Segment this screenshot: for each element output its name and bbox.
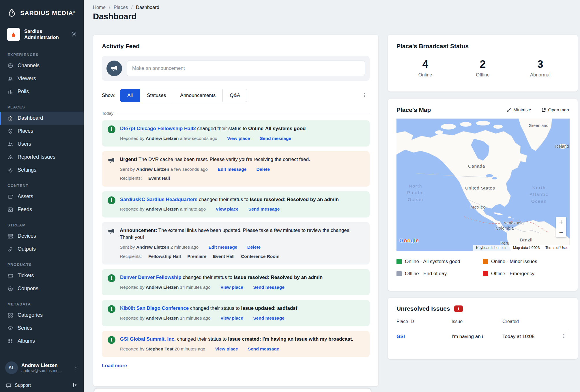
- place-id-link[interactable]: GSI: [396, 334, 452, 340]
- section-label-experiences: EXPERIENCES: [0, 46, 84, 59]
- minimize-button[interactable]: Minimize: [507, 107, 531, 112]
- sidebar-item-coupons[interactable]: Coupons: [0, 282, 84, 295]
- sidebar-item-categories[interactable]: Categories: [0, 309, 84, 322]
- edit-message-link[interactable]: Edit message: [208, 245, 237, 250]
- legend-online-good: Online - All systems good: [396, 259, 483, 265]
- sidebar-item-places[interactable]: Places: [0, 125, 84, 138]
- legend-label: Offline - Emergency: [491, 271, 534, 277]
- row-menu-kebab-icon[interactable]: [559, 333, 569, 340]
- sender-name: Andrew Lietzen: [136, 167, 169, 172]
- sidebar-item-series[interactable]: Series: [0, 322, 84, 335]
- legend-label: Online - All systems good: [405, 259, 460, 265]
- sidebar-item-dashboard[interactable]: Dashboard: [0, 112, 84, 125]
- layers-icon: [8, 325, 13, 331]
- stat-offline: 2 Offline: [454, 58, 511, 78]
- place-link[interactable]: Kib08t San Diego Conference: [120, 305, 189, 311]
- view-place-link[interactable]: View place: [220, 316, 243, 320]
- view-place-link[interactable]: View place: [220, 285, 243, 290]
- sidebar-item-albums[interactable]: Albums: [0, 335, 84, 348]
- legend-online-minor: Online - Minor issues: [483, 259, 569, 265]
- sidebar-item-outputs[interactable]: Outputs: [0, 243, 84, 256]
- sidebar-item-devices[interactable]: Devices: [0, 230, 84, 243]
- sidebar-item-viewers[interactable]: Viewers: [0, 72, 84, 85]
- user-email: andrew@sardius.me...: [21, 368, 70, 373]
- day-label: Today: [102, 111, 113, 116]
- info-icon: i: [108, 305, 115, 313]
- status-text: Online-All systems good: [248, 126, 306, 131]
- keyboard-shortcuts-link[interactable]: Keyboard shortcuts: [473, 246, 510, 250]
- reported-by-label: Reported by: [120, 136, 144, 141]
- send-message-link[interactable]: Send message: [260, 136, 291, 141]
- filter-all[interactable]: All: [120, 89, 140, 102]
- sidebar-item-feeds[interactable]: Feeds: [0, 203, 84, 216]
- terms-of-use-link[interactable]: Terms of Use: [542, 246, 570, 250]
- status-middle-text: changed their status to: [183, 275, 232, 280]
- org-settings-gear-icon[interactable]: [71, 31, 77, 38]
- filter-qa[interactable]: Q&A: [222, 89, 247, 102]
- filter-announcements[interactable]: Announcements: [173, 89, 223, 102]
- zoom-out-button[interactable]: −: [556, 227, 566, 237]
- place-link[interactable]: SardiusKC Sardius Headquarters: [120, 197, 197, 202]
- breadcrumb-places[interactable]: Places: [114, 5, 128, 10]
- place-link[interactable]: Dte7pt Chicago Fellowship Hall2: [120, 126, 196, 131]
- breadcrumb-separator: /: [109, 5, 111, 10]
- map-label-iceland: Iceland: [555, 144, 569, 149]
- chat-bubble-icon: [6, 383, 11, 388]
- breadcrumb-current: Dashboard: [136, 5, 159, 10]
- sidebar-item-users[interactable]: Users: [0, 138, 84, 151]
- sidebar-item-settings[interactable]: Settings: [0, 164, 84, 177]
- feed-item-status: i SardiusKC Sardius Headquarters changed…: [102, 191, 370, 217]
- status-text: Issue updated: asdfadsf: [241, 305, 298, 311]
- timestamp: 14 minutes ago: [180, 285, 211, 290]
- announcement-input[interactable]: [127, 61, 365, 76]
- org-name: Sardius Administration: [24, 28, 67, 41]
- sidebar-item-polls[interactable]: Polls: [0, 85, 84, 98]
- sidebar-item-assets[interactable]: Assets: [0, 190, 84, 203]
- feed-options-kebab-icon[interactable]: [362, 93, 367, 99]
- delete-link[interactable]: Delete: [257, 167, 270, 172]
- open-map-button[interactable]: Open map: [542, 107, 569, 112]
- recipient: Fellowship Hall: [148, 254, 181, 259]
- send-message-link[interactable]: Send message: [248, 207, 280, 211]
- recipients-label: Recipients:: [120, 176, 142, 181]
- user-menu-kebab-icon[interactable]: [73, 365, 78, 371]
- logo-text: SARDIUS MEDIA: [20, 10, 73, 16]
- zoom-in-button[interactable]: +: [556, 217, 566, 227]
- google-logo[interactable]: Google: [399, 237, 419, 244]
- home-icon: [8, 115, 13, 121]
- recipient: Event Hall: [148, 176, 170, 181]
- filter-statuses[interactable]: Statuses: [140, 89, 173, 102]
- column-place-id: Place ID: [396, 319, 452, 324]
- place-link[interactable]: GSI Global Summit, Inc.: [120, 336, 176, 342]
- stat-value: 3: [512, 58, 569, 70]
- view-place-link[interactable]: View place: [215, 346, 238, 351]
- status-middle-text: changed their status to: [197, 126, 247, 131]
- support-button[interactable]: Support: [0, 379, 84, 392]
- user-account[interactable]: AL Andrew Lietzen andrew@sardius.me...: [0, 357, 84, 379]
- view-place-link[interactable]: View place: [227, 136, 250, 141]
- section-label-stream: STREAM: [0, 216, 84, 230]
- sidebar-item-label: Devices: [18, 233, 36, 239]
- sidebar-item-label: Tickets: [18, 273, 34, 279]
- place-link[interactable]: Denver Denver Fellowship: [120, 275, 182, 280]
- map[interactable]: Greenland Iceland Canada United States M…: [396, 119, 570, 251]
- view-place-link[interactable]: View place: [216, 207, 239, 211]
- send-message-link[interactable]: Send message: [253, 285, 285, 290]
- announce-button[interactable]: [106, 61, 122, 76]
- reporter-name: Andrew Lietzen: [146, 316, 179, 320]
- collapse-sidebar-icon[interactable]: [72, 382, 78, 389]
- sidebar-item-reported-issues[interactable]: Reported Issues: [0, 151, 84, 164]
- send-message-link[interactable]: Send message: [248, 346, 279, 351]
- feed-item-status: i GSI Global Summit, Inc. changed their …: [102, 331, 370, 357]
- send-message-link[interactable]: Send message: [253, 316, 285, 320]
- reporter-name: Andrew Lietzen: [146, 207, 179, 211]
- org-switcher[interactable]: Sardius Administration: [5, 25, 79, 44]
- breadcrumb-home[interactable]: Home: [93, 5, 106, 10]
- sidebar-item-channels[interactable]: Channels: [0, 59, 84, 72]
- load-more-link[interactable]: Load more: [102, 363, 127, 369]
- info-icon: i: [108, 196, 115, 204]
- sidebar-item-tickets[interactable]: Tickets: [0, 269, 84, 282]
- delete-link[interactable]: Delete: [247, 245, 261, 250]
- edit-message-link[interactable]: Edit message: [218, 167, 246, 172]
- minimize-label: Minimize: [513, 107, 531, 112]
